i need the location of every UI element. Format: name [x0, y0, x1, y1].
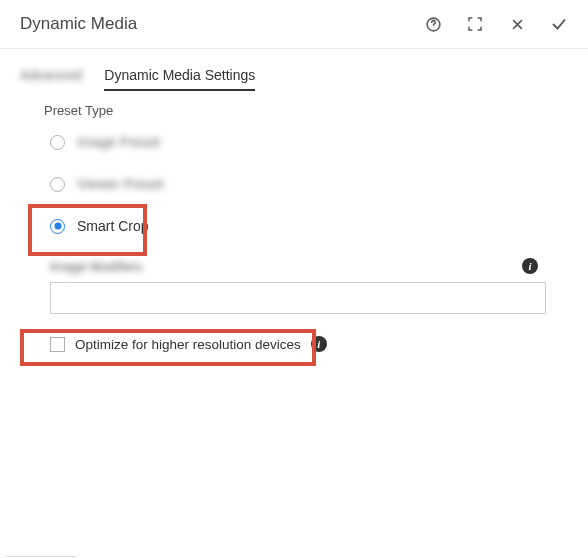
preset-type-label: Preset Type	[44, 103, 568, 118]
radio-label-smart-crop: Smart Crop	[77, 218, 149, 234]
radio-image-preset[interactable]: Image Preset	[50, 132, 568, 152]
radio-icon	[50, 177, 65, 192]
help-icon[interactable]	[424, 15, 442, 33]
dialog-title: Dynamic Media	[20, 14, 137, 34]
image-modifiers-input[interactable]	[50, 282, 546, 314]
optimize-checkbox-row[interactable]: Optimize for higher resolution devices i	[50, 330, 568, 358]
radio-smart-crop[interactable]: Smart Crop	[50, 216, 568, 236]
image-modifiers-label: Image Modifiers	[50, 259, 142, 274]
info-icon[interactable]: i	[522, 258, 538, 274]
radio-icon	[50, 219, 65, 234]
dialog-content: Advanced Dynamic Media Settings Preset T…	[0, 49, 588, 376]
header-actions	[424, 15, 568, 33]
radio-label-image-preset: Image Preset	[77, 134, 160, 150]
bottom-divider	[6, 556, 76, 557]
info-icon[interactable]: i	[311, 336, 327, 352]
close-icon[interactable]	[508, 15, 526, 33]
radio-icon	[50, 135, 65, 150]
preset-type-radio-group: Image Preset Viewer Preset Smart Crop	[50, 132, 568, 236]
image-modifiers-row: Image Modifiers i	[50, 258, 538, 274]
dialog-header: Dynamic Media	[0, 0, 588, 49]
tabs: Advanced Dynamic Media Settings	[20, 67, 568, 91]
fullscreen-icon[interactable]	[466, 15, 484, 33]
optimize-label: Optimize for higher resolution devices	[75, 337, 301, 352]
radio-viewer-preset[interactable]: Viewer Preset	[50, 174, 568, 194]
radio-label-viewer-preset: Viewer Preset	[77, 176, 164, 192]
svg-point-1	[433, 27, 434, 28]
confirm-icon[interactable]	[550, 15, 568, 33]
tab-dynamic-media-settings[interactable]: Dynamic Media Settings	[104, 67, 255, 91]
checkbox-icon	[50, 337, 65, 352]
tab-advanced[interactable]: Advanced	[20, 67, 82, 91]
